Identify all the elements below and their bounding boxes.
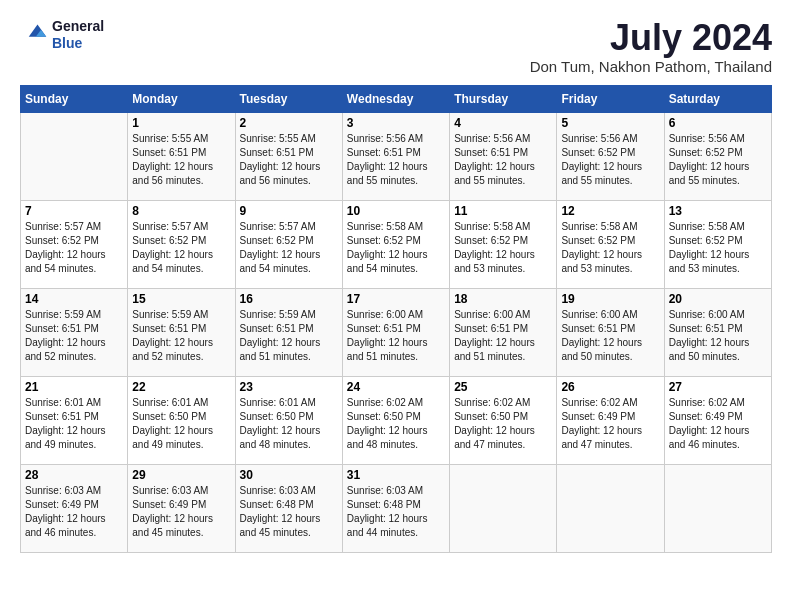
calendar-cell: 17Sunrise: 6:00 AMSunset: 6:51 PMDayligh… [342, 288, 449, 376]
col-header-wednesday: Wednesday [342, 85, 449, 112]
day-info: Sunrise: 6:02 AMSunset: 6:50 PMDaylight:… [347, 396, 445, 452]
day-info-line: Sunset: 6:52 PM [561, 146, 659, 160]
day-number: 23 [240, 380, 338, 394]
calendar-cell: 23Sunrise: 6:01 AMSunset: 6:50 PMDayligh… [235, 376, 342, 464]
calendar-cell: 26Sunrise: 6:02 AMSunset: 6:49 PMDayligh… [557, 376, 664, 464]
day-info-line: Sunrise: 6:00 AM [454, 308, 552, 322]
day-info-line: Daylight: 12 hours and 55 minutes. [347, 160, 445, 188]
calendar-week-row: 7Sunrise: 5:57 AMSunset: 6:52 PMDaylight… [21, 200, 772, 288]
day-number: 18 [454, 292, 552, 306]
calendar-cell: 27Sunrise: 6:02 AMSunset: 6:49 PMDayligh… [664, 376, 771, 464]
day-info-line: Daylight: 12 hours and 54 minutes. [347, 248, 445, 276]
day-info-line: Daylight: 12 hours and 55 minutes. [669, 160, 767, 188]
day-info: Sunrise: 5:57 AMSunset: 6:52 PMDaylight:… [25, 220, 123, 276]
day-info-line: Sunrise: 5:58 AM [669, 220, 767, 234]
day-info-line: Daylight: 12 hours and 50 minutes. [669, 336, 767, 364]
day-info-line: Daylight: 12 hours and 53 minutes. [561, 248, 659, 276]
day-info-line: Daylight: 12 hours and 53 minutes. [669, 248, 767, 276]
day-info: Sunrise: 5:56 AMSunset: 6:51 PMDaylight:… [454, 132, 552, 188]
day-info-line: Sunrise: 6:00 AM [347, 308, 445, 322]
day-number: 14 [25, 292, 123, 306]
day-info-line: Daylight: 12 hours and 56 minutes. [132, 160, 230, 188]
day-info-line: Daylight: 12 hours and 47 minutes. [561, 424, 659, 452]
day-info: Sunrise: 5:57 AMSunset: 6:52 PMDaylight:… [132, 220, 230, 276]
day-number: 13 [669, 204, 767, 218]
calendar-cell: 16Sunrise: 5:59 AMSunset: 6:51 PMDayligh… [235, 288, 342, 376]
day-info-line: Sunset: 6:48 PM [240, 498, 338, 512]
day-number: 21 [25, 380, 123, 394]
day-number: 28 [25, 468, 123, 482]
day-info-line: Sunset: 6:51 PM [132, 322, 230, 336]
day-info-line: Sunset: 6:51 PM [25, 322, 123, 336]
day-info-line: Sunrise: 6:00 AM [669, 308, 767, 322]
day-info-line: Sunset: 6:51 PM [454, 322, 552, 336]
day-info-line: Sunset: 6:49 PM [132, 498, 230, 512]
calendar-cell: 3Sunrise: 5:56 AMSunset: 6:51 PMDaylight… [342, 112, 449, 200]
day-info-line: Sunset: 6:50 PM [347, 410, 445, 424]
day-info-line: Daylight: 12 hours and 47 minutes. [454, 424, 552, 452]
day-info-line: Sunrise: 6:01 AM [25, 396, 123, 410]
day-info-line: Sunrise: 6:00 AM [561, 308, 659, 322]
calendar-cell: 7Sunrise: 5:57 AMSunset: 6:52 PMDaylight… [21, 200, 128, 288]
day-info: Sunrise: 6:02 AMSunset: 6:49 PMDaylight:… [561, 396, 659, 452]
day-info: Sunrise: 6:03 AMSunset: 6:48 PMDaylight:… [240, 484, 338, 540]
calendar-cell: 5Sunrise: 5:56 AMSunset: 6:52 PMDaylight… [557, 112, 664, 200]
day-info-line: Sunrise: 5:58 AM [561, 220, 659, 234]
header: General Blue July 2024 Don Tum, Nakhon P… [20, 18, 772, 75]
title-section: July 2024 Don Tum, Nakhon Pathom, Thaila… [530, 18, 772, 75]
logo-line2: Blue [52, 35, 104, 52]
day-info-line: Sunset: 6:52 PM [132, 234, 230, 248]
day-info: Sunrise: 5:55 AMSunset: 6:51 PMDaylight:… [132, 132, 230, 188]
calendar-cell: 1Sunrise: 5:55 AMSunset: 6:51 PMDaylight… [128, 112, 235, 200]
day-info-line: Sunset: 6:51 PM [25, 410, 123, 424]
day-number: 19 [561, 292, 659, 306]
day-info-line: Sunset: 6:51 PM [347, 322, 445, 336]
day-number: 10 [347, 204, 445, 218]
calendar-cell: 14Sunrise: 5:59 AMSunset: 6:51 PMDayligh… [21, 288, 128, 376]
day-info: Sunrise: 5:56 AMSunset: 6:52 PMDaylight:… [669, 132, 767, 188]
logo-icon [20, 21, 48, 49]
day-info-line: Sunset: 6:51 PM [240, 322, 338, 336]
day-info-line: Daylight: 12 hours and 52 minutes. [132, 336, 230, 364]
day-info: Sunrise: 5:59 AMSunset: 6:51 PMDaylight:… [240, 308, 338, 364]
day-number: 25 [454, 380, 552, 394]
day-info-line: Sunrise: 6:02 AM [347, 396, 445, 410]
day-info: Sunrise: 6:02 AMSunset: 6:50 PMDaylight:… [454, 396, 552, 452]
calendar-cell: 20Sunrise: 6:00 AMSunset: 6:51 PMDayligh… [664, 288, 771, 376]
day-info-line: Sunset: 6:50 PM [454, 410, 552, 424]
day-info-line: Sunset: 6:50 PM [132, 410, 230, 424]
day-info-line: Sunset: 6:50 PM [240, 410, 338, 424]
calendar-cell: 9Sunrise: 5:57 AMSunset: 6:52 PMDaylight… [235, 200, 342, 288]
day-info-line: Sunset: 6:49 PM [669, 410, 767, 424]
col-header-monday: Monday [128, 85, 235, 112]
day-number: 24 [347, 380, 445, 394]
day-info: Sunrise: 6:03 AMSunset: 6:49 PMDaylight:… [25, 484, 123, 540]
day-number: 26 [561, 380, 659, 394]
day-info-line: Sunrise: 5:59 AM [25, 308, 123, 322]
calendar-cell: 12Sunrise: 5:58 AMSunset: 6:52 PMDayligh… [557, 200, 664, 288]
day-number: 1 [132, 116, 230, 130]
calendar-header-row: SundayMondayTuesdayWednesdayThursdayFrid… [21, 85, 772, 112]
day-info-line: Sunrise: 5:57 AM [240, 220, 338, 234]
day-info: Sunrise: 6:02 AMSunset: 6:49 PMDaylight:… [669, 396, 767, 452]
day-info-line: Sunrise: 5:57 AM [132, 220, 230, 234]
calendar-week-row: 28Sunrise: 6:03 AMSunset: 6:49 PMDayligh… [21, 464, 772, 552]
day-info-line: Sunrise: 6:02 AM [669, 396, 767, 410]
day-info-line: Sunrise: 5:58 AM [454, 220, 552, 234]
day-info-line: Sunset: 6:52 PM [240, 234, 338, 248]
day-info-line: Sunrise: 6:03 AM [240, 484, 338, 498]
day-info-line: Sunrise: 5:55 AM [132, 132, 230, 146]
day-info-line: Sunrise: 6:03 AM [132, 484, 230, 498]
day-info-line: Sunset: 6:51 PM [240, 146, 338, 160]
day-info-line: Sunrise: 6:01 AM [132, 396, 230, 410]
calendar-cell: 29Sunrise: 6:03 AMSunset: 6:49 PMDayligh… [128, 464, 235, 552]
day-info-line: Sunset: 6:49 PM [561, 410, 659, 424]
day-info-line: Sunset: 6:52 PM [454, 234, 552, 248]
day-info: Sunrise: 5:58 AMSunset: 6:52 PMDaylight:… [561, 220, 659, 276]
day-info: Sunrise: 6:00 AMSunset: 6:51 PMDaylight:… [561, 308, 659, 364]
day-info: Sunrise: 6:03 AMSunset: 6:49 PMDaylight:… [132, 484, 230, 540]
calendar-cell: 8Sunrise: 5:57 AMSunset: 6:52 PMDaylight… [128, 200, 235, 288]
calendar-cell: 30Sunrise: 6:03 AMSunset: 6:48 PMDayligh… [235, 464, 342, 552]
calendar-cell: 24Sunrise: 6:02 AMSunset: 6:50 PMDayligh… [342, 376, 449, 464]
day-info-line: Sunset: 6:51 PM [454, 146, 552, 160]
